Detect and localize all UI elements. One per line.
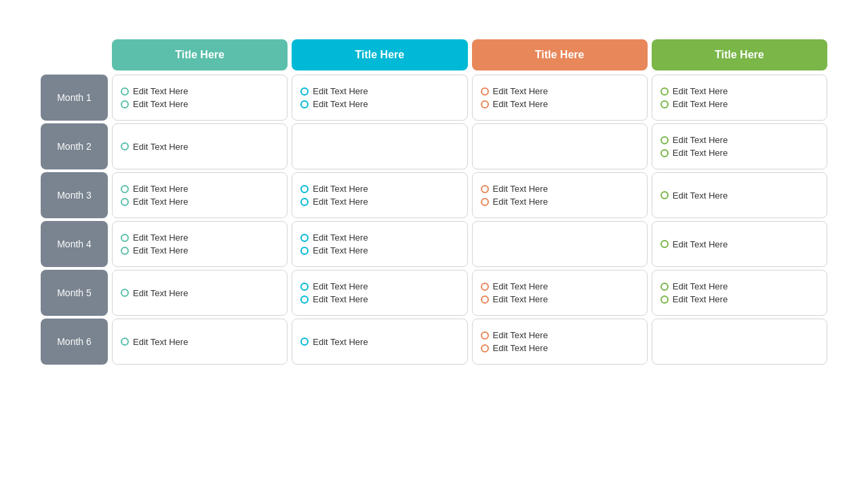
item-text: Edit Text Here xyxy=(673,281,728,291)
list-item[interactable]: Edit Text Here xyxy=(660,239,818,249)
list-item[interactable]: Edit Text Here xyxy=(300,99,458,109)
list-item[interactable]: Edit Text Here xyxy=(121,337,279,347)
bullet-icon xyxy=(660,296,669,304)
list-item[interactable]: Edit Text Here xyxy=(300,294,458,304)
list-item[interactable]: Edit Text Here xyxy=(121,184,279,194)
bullet-icon xyxy=(300,87,309,96)
data-cell-r3-c2[interactable]: Edit Text HereEdit Text Here xyxy=(292,172,467,218)
data-cell-r4-c2[interactable]: Edit Text HereEdit Text Here xyxy=(292,221,467,267)
data-cell-r5-c2[interactable]: Edit Text HereEdit Text Here xyxy=(292,270,467,316)
item-text: Edit Text Here xyxy=(673,239,728,249)
data-cell-r1-c1[interactable]: Edit Text HereEdit Text Here xyxy=(112,75,288,121)
list-item[interactable]: Edit Text Here xyxy=(481,281,639,291)
list-item[interactable]: Edit Text Here xyxy=(481,294,639,304)
data-cell-r2-c3[interactable] xyxy=(472,123,648,169)
item-text: Edit Text Here xyxy=(673,148,728,158)
month-label[interactable]: Month 6 xyxy=(41,319,108,365)
data-cell-r5-c1[interactable]: Edit Text Here xyxy=(112,270,288,316)
list-item[interactable]: Edit Text Here xyxy=(481,343,639,353)
data-cell-r3-c4[interactable]: Edit Text Here xyxy=(652,172,827,218)
item-text: Edit Text Here xyxy=(133,245,188,256)
item-text: Edit Text Here xyxy=(313,184,368,194)
item-text: Edit Text Here xyxy=(133,184,188,194)
column-header-4[interactable]: Title Here xyxy=(652,39,827,70)
column-header-3[interactable]: Title Here xyxy=(472,39,648,70)
data-cell-r1-c3[interactable]: Edit Text HereEdit Text Here xyxy=(472,75,648,121)
bullet-icon xyxy=(481,185,489,193)
column-header-2[interactable]: Title Here xyxy=(292,39,467,70)
data-cell-r2-c2[interactable] xyxy=(292,123,467,169)
bullet-icon xyxy=(121,142,129,150)
bullet-icon xyxy=(300,338,309,346)
item-text: Edit Text Here xyxy=(673,86,728,96)
item-text: Edit Text Here xyxy=(493,294,548,304)
data-cell-r1-c4[interactable]: Edit Text HereEdit Text Here xyxy=(652,75,827,121)
month-label[interactable]: Month 5 xyxy=(41,270,108,316)
bullet-icon xyxy=(300,100,309,108)
list-item[interactable]: Edit Text Here xyxy=(121,142,279,152)
month-label[interactable]: Month 3 xyxy=(41,172,108,218)
bullet-icon xyxy=(481,87,489,96)
list-item[interactable]: Edit Text Here xyxy=(660,294,818,304)
table-row: Month 5Edit Text HereEdit Text HereEdit … xyxy=(41,270,827,316)
list-item[interactable]: Edit Text Here xyxy=(660,148,818,158)
bullet-icon xyxy=(300,198,309,206)
list-item[interactable]: Edit Text Here xyxy=(660,99,818,109)
column-header-1[interactable]: Title Here xyxy=(112,39,288,70)
bullet-icon xyxy=(300,296,309,304)
data-cell-r5-c4[interactable]: Edit Text HereEdit Text Here xyxy=(652,270,827,316)
list-item[interactable]: Edit Text Here xyxy=(300,337,458,347)
list-item[interactable]: Edit Text Here xyxy=(300,281,458,291)
list-item[interactable]: Edit Text Here xyxy=(481,99,639,109)
month-label[interactable]: Month 2 xyxy=(41,123,108,169)
item-text: Edit Text Here xyxy=(133,232,188,243)
bullet-icon xyxy=(121,338,129,346)
list-item[interactable]: Edit Text Here xyxy=(121,245,279,256)
data-cell-r5-c3[interactable]: Edit Text HereEdit Text Here xyxy=(472,270,648,316)
list-item[interactable]: Edit Text Here xyxy=(481,184,639,194)
data-cell-r6-c2[interactable]: Edit Text Here xyxy=(292,319,467,365)
data-cell-r4-c1[interactable]: Edit Text HereEdit Text Here xyxy=(112,221,288,267)
bullet-icon xyxy=(481,283,489,291)
list-item[interactable]: Edit Text Here xyxy=(481,197,639,207)
list-item[interactable]: Edit Text Here xyxy=(481,86,639,96)
table-row: Month 1Edit Text HereEdit Text HereEdit … xyxy=(41,75,827,121)
list-item[interactable]: Edit Text Here xyxy=(300,232,458,243)
data-cell-r4-c3[interactable] xyxy=(472,221,648,267)
list-item[interactable]: Edit Text Here xyxy=(300,184,458,194)
list-item[interactable]: Edit Text Here xyxy=(660,135,818,145)
item-text: Edit Text Here xyxy=(673,99,728,109)
month-label[interactable]: Month 1 xyxy=(41,75,108,121)
list-item[interactable]: Edit Text Here xyxy=(660,86,818,96)
item-text: Edit Text Here xyxy=(493,99,548,109)
item-text: Edit Text Here xyxy=(133,142,188,152)
list-item[interactable]: Edit Text Here xyxy=(121,232,279,243)
list-item[interactable]: Edit Text Here xyxy=(300,245,458,256)
data-cell-r3-c3[interactable]: Edit Text HereEdit Text Here xyxy=(472,172,648,218)
bullet-icon xyxy=(300,185,309,193)
list-item[interactable]: Edit Text Here xyxy=(481,330,639,340)
data-cell-r2-c4[interactable]: Edit Text HereEdit Text Here xyxy=(652,123,827,169)
list-item[interactable]: Edit Text Here xyxy=(660,190,818,201)
data-cell-r6-c3[interactable]: Edit Text HereEdit Text Here xyxy=(472,319,648,365)
list-item[interactable]: Edit Text Here xyxy=(121,288,279,298)
item-text: Edit Text Here xyxy=(673,190,728,201)
data-cell-r2-c1[interactable]: Edit Text Here xyxy=(112,123,288,169)
list-item[interactable]: Edit Text Here xyxy=(300,86,458,96)
list-item[interactable]: Edit Text Here xyxy=(121,86,279,96)
list-item[interactable]: Edit Text Here xyxy=(121,197,279,207)
data-cell-r6-c1[interactable]: Edit Text Here xyxy=(112,319,288,365)
bullet-icon xyxy=(121,185,129,193)
item-text: Edit Text Here xyxy=(313,99,368,109)
item-text: Edit Text Here xyxy=(493,281,548,291)
data-cell-r4-c4[interactable]: Edit Text Here xyxy=(652,221,827,267)
item-text: Edit Text Here xyxy=(133,288,188,298)
list-item[interactable]: Edit Text Here xyxy=(121,99,279,109)
list-item[interactable]: Edit Text Here xyxy=(300,197,458,207)
data-cell-r6-c4[interactable] xyxy=(652,319,827,365)
list-item[interactable]: Edit Text Here xyxy=(660,281,818,291)
bullet-icon xyxy=(660,149,669,157)
month-label[interactable]: Month 4 xyxy=(41,221,108,267)
data-cell-r1-c2[interactable]: Edit Text HereEdit Text Here xyxy=(292,75,467,121)
data-cell-r3-c1[interactable]: Edit Text HereEdit Text Here xyxy=(112,172,288,218)
